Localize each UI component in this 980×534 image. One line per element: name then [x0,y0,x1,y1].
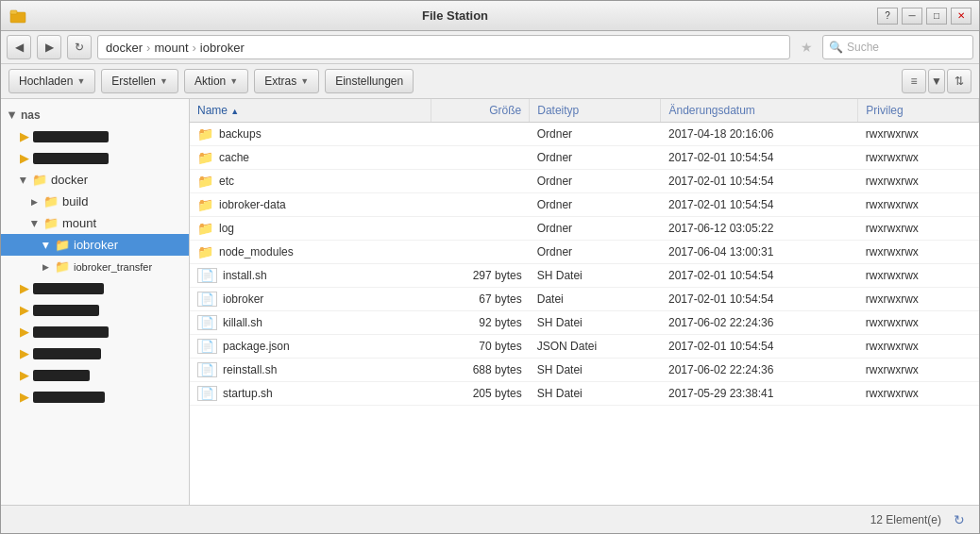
folder-icon: 📁 [55,259,70,274]
view-options-button[interactable]: ▼ [928,69,945,93]
file-priv: rwxrwxrwx [858,382,979,406]
status-refresh-button[interactable]: ↻ [949,509,970,530]
file-date: 2017-02-01 10:54:54 [661,335,858,359]
file-size [431,170,529,193]
file-date: 2017-02-01 10:54:54 [661,170,858,193]
mount-label: mount [62,216,96,230]
element-count: 12 Element(e) [870,513,941,526]
file-type: SH Datei [530,382,661,406]
file-date: 2017-06-12 03:05:22 [661,217,858,241]
upload-arrow-icon: ▼ [76,76,85,86]
file-date: 2017-06-04 13:00:31 [661,241,858,264]
sidebar-item-redacted7[interactable]: ▶ [1,364,189,386]
file-type: Ordner [530,146,661,170]
back-button[interactable]: ◀ [7,35,31,59]
table-row[interactable]: 📄reinstall.sh 688 bytes SH Datei 2017-06… [190,359,979,382]
table-row[interactable]: 📁iobroker-data Ordner 2017-02-01 10:54:5… [190,193,979,217]
file-type: SH Datei [530,264,661,288]
file-priv: rwxrwxrwx [858,264,979,288]
settings-label: Einstellungen [335,75,403,88]
sidebar-item-redacted3[interactable]: ▶ [1,277,189,299]
create-label: Erstellen [111,75,156,88]
address-bar[interactable]: docker › mount › iobroker [97,35,790,59]
table-row[interactable]: 📁cache Ordner 2017-02-01 10:54:54 rwxrwx… [190,146,979,170]
file-priv: rwxrwxrwx [858,170,979,193]
close-button[interactable]: ✕ [951,8,972,25]
file-size: 205 bytes [431,382,529,406]
forward-button[interactable]: ▶ [37,35,61,59]
col-header-priv[interactable]: Privileg [858,99,979,123]
sidebar-item-mount[interactable]: ▶ 📁 mount [1,212,189,234]
view-buttons: ≡ ▼ ⇅ [902,69,972,93]
extras-button[interactable]: Extras ▼ [254,69,319,93]
table-row[interactable]: 📁node_modules Ordner 2017-06-04 13:00:31… [190,241,979,264]
folder-icon: ▶ [20,303,29,317]
file-icon: 📄 [197,315,217,330]
iobroker-folder-icon: 📁 [55,238,70,252]
upload-button[interactable]: Hochladen ▼ [8,69,95,93]
sidebar-item-redacted5[interactable]: ▶ [1,321,189,342]
table-row[interactable]: 📁backups Ordner 2017-04-18 20:16:06 rwxr… [190,123,979,146]
table-row[interactable]: 📄startup.sh 205 bytes SH Datei 2017-05-2… [190,382,979,406]
col-header-size[interactable]: Größe [431,99,529,123]
list-view-button[interactable]: ≡ [902,69,926,93]
sidebar-item-iobroker[interactable]: ▶ 📁 iobroker [1,234,189,256]
minimize-button[interactable]: ─ [902,8,922,25]
table-row[interactable]: 📄install.sh 297 bytes SH Datei 2017-02-0… [190,264,979,288]
file-date: 2017-06-02 22:24:36 [661,359,858,382]
col-header-name[interactable]: Name ▲ [190,99,431,123]
refresh-button[interactable]: ↻ [67,35,92,59]
file-name: 📄killall.sh [190,311,431,335]
window-controls: ? ─ □ ✕ [877,8,972,25]
nas-triangle-icon: ▶ [8,112,17,119]
mount-triangle-icon: ▶ [30,220,40,226]
table-row[interactable]: 📄killall.sh 92 bytes SH Datei 2017-06-02… [190,311,979,335]
file-name: 📁backups [190,123,431,146]
sidebar-item-redacted4[interactable]: ▶ [1,299,189,321]
upload-label: Hochladen [19,75,73,88]
file-type: Ordner [530,241,661,264]
table-row[interactable]: 📁etc Ordner 2017-02-01 10:54:54 rwxrwxrw… [190,170,979,193]
sidebar-item-build[interactable]: ▶ 📁 build [1,191,189,212]
favorite-button[interactable]: ★ [796,37,817,58]
sidebar-item-iobroker-transfer[interactable]: ▶ 📁 iobroker_transfer [1,256,189,277]
restore-button[interactable]: □ [926,8,947,25]
sidebar-item-redacted6[interactable]: ▶ [1,342,189,364]
folder-icon: ▶ [20,281,29,295]
file-type: SH Datei [530,359,661,382]
col-header-type[interactable]: Dateityp [530,99,661,123]
sidebar-item-redacted8[interactable]: ▶ [1,386,189,408]
folder-icon: 📁 [197,197,213,212]
sidebar-item-redacted2[interactable]: ▶ [1,147,189,169]
sidebar-item-redacted1[interactable]: ▶ [1,125,189,147]
question-button[interactable]: ? [877,8,898,25]
folder-icon: 📁 [197,126,213,142]
col-header-date[interactable]: Änderungsdatum [661,99,858,123]
sidebar-item-docker[interactable]: ▶ 📁 docker [1,169,189,191]
window-title: File Station [33,8,877,23]
file-icon: 📄 [197,386,217,401]
file-size [431,217,529,241]
app-icon [8,7,27,25]
create-button[interactable]: Erstellen ▼ [101,69,178,93]
file-name: 📄package.json [190,335,431,359]
search-box[interactable]: 🔍 Suche [822,35,973,59]
file-name: 📁iobroker-data [190,193,431,217]
extras-arrow-icon: ▼ [300,76,309,86]
action-button[interactable]: Aktion ▼ [184,69,248,93]
nas-label: nas [21,108,41,122]
file-date: 2017-05-29 23:38:41 [661,382,858,406]
address-part-mount: mount [154,41,188,55]
list-view-icon: ≡ [910,75,917,88]
table-row[interactable]: 📁log Ordner 2017-06-12 03:05:22 rwxrwxrw… [190,217,979,241]
folder-icon: 📁 [197,221,213,236]
file-priv: rwxrwxrwx [858,146,979,170]
table-row[interactable]: 📄iobroker 67 bytes Datei 2017-02-01 10:5… [190,288,979,311]
settings-button[interactable]: Einstellungen [325,69,414,93]
redacted-label [33,392,105,403]
folder-icon: 📁 [197,150,213,165]
file-name: 📄install.sh [190,264,431,288]
svg-rect-1 [10,10,17,14]
sort-button[interactable]: ⇅ [947,69,972,93]
table-row[interactable]: 📄package.json 70 bytes JSON Datei 2017-0… [190,335,979,359]
